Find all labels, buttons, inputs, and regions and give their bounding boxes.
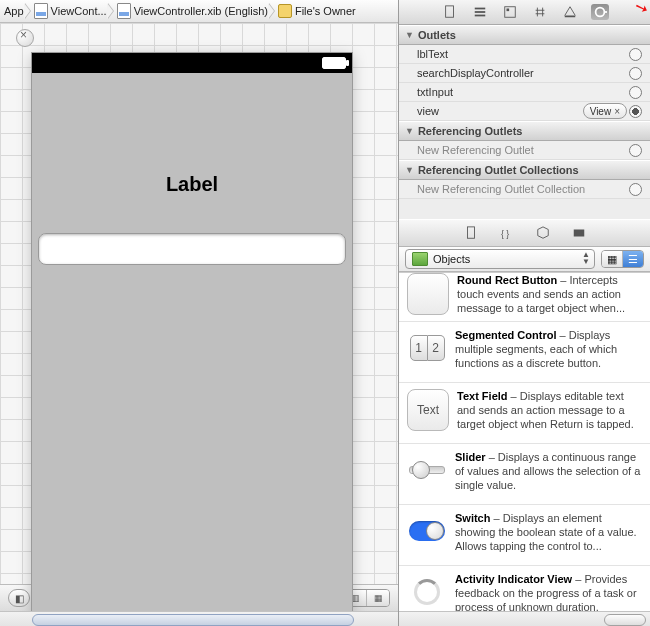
library-combo-label: Objects — [433, 253, 470, 265]
connections-inspector-tab[interactable] — [591, 4, 609, 20]
svg-rect-1 — [474, 8, 485, 10]
identity-inspector-tab[interactable] — [501, 4, 519, 20]
cube-icon — [278, 4, 292, 18]
library-item-desc: Round Rect Button – Intercepts touch eve… — [457, 273, 642, 315]
connection-port-icon[interactable] — [629, 86, 642, 99]
outlet-label: txtInput — [417, 86, 453, 98]
outlet-label: New Referencing Outlet Collection — [417, 183, 585, 195]
editor-pane: App ViewCont... ViewController.xib (Engl… — [0, 0, 399, 626]
svg-text:{ }: { } — [500, 229, 508, 239]
status-bar — [32, 53, 352, 73]
ref-collections-header-label: Referencing Outlet Collections — [418, 164, 579, 176]
library-item-desc: Switch – Displays an element showing the… — [455, 511, 642, 559]
code-snippet-library-tab[interactable]: { } — [498, 225, 516, 241]
annotation-arrow-icon: ➘ — [632, 0, 650, 19]
connection-port-icon[interactable] — [629, 144, 642, 157]
attributes-inspector-tab[interactable] — [531, 4, 549, 20]
xib-file-icon — [34, 3, 48, 19]
library-horizontal-scrollbar[interactable] — [399, 611, 650, 626]
outlet-label: New Referencing Outlet — [417, 144, 534, 156]
breadcrumb-files-owner[interactable]: File's Owner — [274, 0, 362, 22]
outlet-view[interactable]: view View — [399, 102, 650, 121]
outlet-label: lblText — [417, 48, 448, 60]
svg-rect-3 — [474, 15, 485, 17]
file-inspector-tab[interactable] — [441, 4, 459, 20]
media-library-tab[interactable] — [570, 225, 588, 241]
ui-textfield[interactable] — [38, 233, 346, 265]
svg-rect-6 — [564, 16, 575, 18]
canvas-horizontal-scrollbar[interactable] — [0, 611, 398, 626]
connection-port-icon[interactable] — [629, 183, 642, 196]
iphone-view[interactable]: Label — [32, 53, 352, 613]
library-item-textfield[interactable]: Text Text Field – Displays editable text… — [399, 383, 650, 444]
grid-view-button[interactable]: ▦ — [602, 251, 622, 267]
svg-rect-2 — [474, 11, 485, 13]
textfield-thumb-icon: Text — [407, 389, 449, 431]
objects-cube-icon — [412, 252, 428, 266]
scrollbar-thumb[interactable] — [32, 614, 354, 626]
svg-rect-10 — [573, 230, 584, 237]
outlet-lbltext[interactable]: lblText — [399, 45, 650, 64]
new-referencing-outlet[interactable]: New Referencing Outlet — [399, 141, 650, 160]
file-template-library-tab[interactable] — [462, 225, 480, 241]
library-view-toggle[interactable]: ▦ ☰ — [601, 250, 644, 268]
slider-thumb-icon — [407, 450, 447, 490]
connection-port-icon[interactable] — [629, 67, 642, 80]
breadcrumb-xib[interactable]: ViewController.xib (English) — [113, 0, 274, 22]
outlet-searchdisplaycontroller[interactable]: searchDisplayController — [399, 64, 650, 83]
connection-pill[interactable]: View — [583, 103, 627, 119]
breadcrumb-app-label: App — [4, 5, 24, 17]
breadcrumb-controller[interactable]: ViewCont... — [30, 0, 113, 22]
library-item-switch[interactable]: Switch – Displays an element showing the… — [399, 505, 650, 566]
combo-arrows-icon: ▲▼ — [582, 251, 590, 265]
connection-port-icon[interactable] — [629, 105, 642, 118]
breadcrumb-controller-label: ViewCont... — [51, 5, 107, 17]
breadcrumb: App ViewCont... ViewController.xib (Engl… — [0, 0, 398, 23]
switch-thumb-icon — [407, 511, 447, 551]
outlet-txtinput[interactable]: txtInput — [399, 83, 650, 102]
library-item-slider[interactable]: Slider – Displays a continuous range of … — [399, 444, 650, 505]
referencing-outlets-header[interactable]: ▼Referencing Outlets — [399, 121, 650, 141]
size-inspector-tab[interactable] — [561, 4, 579, 20]
new-referencing-outlet-collection[interactable]: New Referencing Outlet Collection — [399, 180, 650, 199]
svg-rect-5 — [506, 9, 509, 12]
breadcrumb-owner-label: File's Owner — [295, 5, 356, 17]
close-document-button[interactable] — [16, 29, 34, 47]
outlet-label: view — [417, 105, 439, 117]
activity-indicator-thumb-icon — [407, 572, 447, 611]
layout-option-3[interactable]: ▦ — [366, 590, 389, 606]
segmented-thumb-icon: 12 — [407, 328, 447, 368]
inspector-tab-bar: ➘ — [399, 0, 650, 25]
library-item-desc: Activity Indicator View – Provides feedb… — [455, 572, 642, 611]
library-tab-bar: { } — [399, 219, 650, 247]
disclosure-triangle-icon: ▼ — [405, 126, 414, 136]
ui-label[interactable]: Label — [32, 173, 352, 196]
quick-help-tab[interactable] — [471, 4, 489, 20]
library-scope-combo[interactable]: Objects ▲▼ — [405, 249, 595, 269]
ref-outlets-header-label: Referencing Outlets — [418, 125, 523, 137]
outlets-header-label: Outlets — [418, 29, 456, 41]
list-view-button[interactable]: ☰ — [622, 251, 643, 267]
utilities-pane: ➘ ▼Outlets lblText searchDisplayControll… — [399, 0, 650, 626]
connection-port-icon[interactable] — [629, 48, 642, 61]
outline-toggle-button[interactable]: ◧ — [8, 589, 30, 607]
svg-point-7 — [595, 8, 604, 17]
library-item-desc: Text Field – Displays editable text and … — [457, 389, 642, 437]
library-item-desc: Slider – Displays a continuous range of … — [455, 450, 642, 498]
ib-canvas[interactable]: Label — [0, 23, 398, 584]
disclosure-triangle-icon: ▼ — [405, 165, 414, 175]
outlet-label: searchDisplayController — [417, 67, 534, 79]
object-library-list[interactable]: Round Rect Button – Intercepts touch eve… — [399, 272, 650, 611]
battery-icon — [322, 57, 346, 69]
outlets-section-header[interactable]: ▼Outlets — [399, 25, 650, 45]
referencing-outlet-collections-header[interactable]: ▼Referencing Outlet Collections — [399, 160, 650, 180]
svg-rect-0 — [445, 6, 453, 17]
library-item-segmented[interactable]: 12 Segmented Control – Displays multiple… — [399, 322, 650, 383]
library-item-roundrect[interactable]: Round Rect Button – Intercepts touch eve… — [399, 273, 650, 322]
library-item-activity[interactable]: Activity Indicator View – Provides feedb… — [399, 566, 650, 611]
roundrect-thumb-icon — [407, 273, 449, 315]
svg-rect-8 — [467, 227, 474, 238]
object-library-tab[interactable] — [534, 225, 552, 241]
library-item-desc: Segmented Control – Displays multiple se… — [455, 328, 642, 376]
scrollbar-thumb[interactable] — [604, 614, 646, 626]
